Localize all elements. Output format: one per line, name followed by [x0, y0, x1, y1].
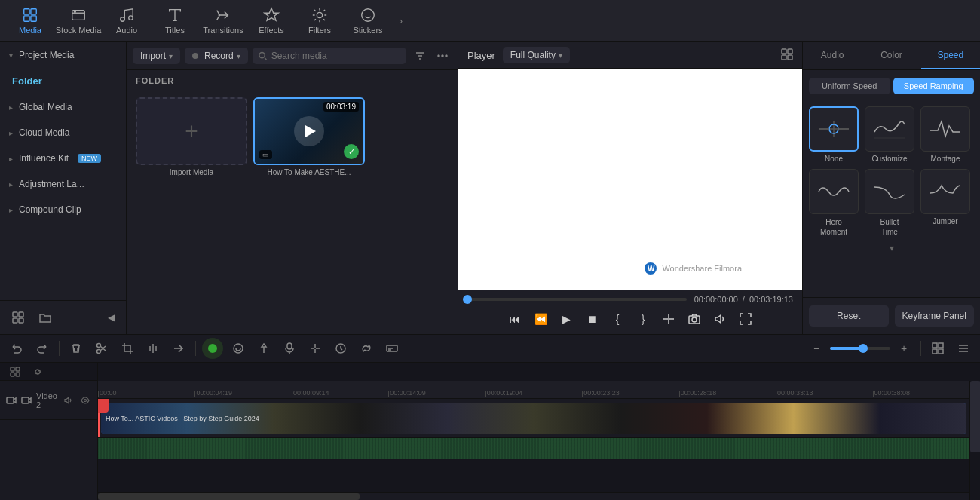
- toolbar-titles[interactable]: Titles: [151, 2, 199, 41]
- speed-card-hero-moment[interactable]: HeroMoment: [809, 169, 859, 237]
- snapshot-button[interactable]: [684, 308, 705, 330]
- collapse-panel-button[interactable]: ◀: [103, 310, 118, 325]
- svg-point-6: [121, 17, 125, 22]
- tl-more-button[interactable]: [168, 338, 189, 359]
- toolbar-transitions[interactable]: Transitions: [199, 2, 247, 41]
- tl-link-button[interactable]: [356, 338, 377, 359]
- filter-icon[interactable]: [411, 47, 429, 65]
- tl-record-button[interactable]: [202, 338, 223, 359]
- svg-rect-3: [31, 16, 36, 21]
- toolbar-stickers[interactable]: Stickers: [344, 2, 392, 41]
- svg-rect-42: [933, 343, 937, 348]
- add-track-button[interactable]: [6, 363, 24, 381]
- speed-card-hero-moment-label: HeroMoment: [820, 217, 847, 237]
- import-media-thumb[interactable]: +: [136, 97, 247, 165]
- play-button[interactable]: ▶: [556, 308, 577, 330]
- tl-microphone-button[interactable]: [279, 338, 300, 359]
- thumb-duration: 00:03:19: [323, 102, 359, 112]
- tl-split-audio-button[interactable]: [142, 338, 164, 359]
- speed-card-none[interactable]: None: [809, 106, 859, 163]
- link-tracks-button[interactable]: [29, 363, 47, 381]
- speed-card-montage[interactable]: Montage: [920, 106, 970, 163]
- sidebar-item-influence-kit[interactable]: ▸ Influence Kit NEW: [0, 146, 126, 171]
- audio-track: [98, 438, 969, 459]
- zoom-out-button[interactable]: −: [806, 338, 827, 359]
- split-button[interactable]: [658, 308, 679, 330]
- speed-card-jumper[interactable]: Jumper: [920, 169, 970, 237]
- timeline-toolbar: − +: [0, 335, 980, 363]
- skip-back-button[interactable]: ⏮: [504, 308, 525, 330]
- tl-speed-button[interactable]: [330, 338, 351, 359]
- toolbar-media[interactable]: Media: [6, 2, 54, 41]
- player-settings-icon[interactable]: [781, 48, 793, 63]
- search-icon: [259, 51, 267, 60]
- stop-button[interactable]: ⏹: [581, 308, 602, 330]
- fullscreen-button[interactable]: [735, 308, 756, 330]
- speed-card-bullet-time[interactable]: BulletTime: [865, 169, 914, 237]
- video-thumb[interactable]: 00:03:19 ▭ ✓: [253, 97, 365, 165]
- keyframe-panel-button[interactable]: Keyframe Panel: [895, 305, 975, 327]
- folder-button[interactable]: [35, 307, 56, 328]
- track-visibility-icon[interactable]: [78, 394, 92, 407]
- toolbar-effects[interactable]: Effects: [247, 2, 296, 41]
- tab-speed[interactable]: Speed: [921, 42, 980, 69]
- left-panel: ▾ Project Media Folder ▸ Global Media ▸ …: [0, 42, 127, 334]
- tab-audio[interactable]: Audio: [803, 42, 862, 69]
- timeline-scrollbar[interactable]: [98, 492, 969, 500]
- import-button[interactable]: Import ▾: [133, 48, 180, 64]
- vertical-scrollbar-thumb[interactable]: [970, 381, 980, 452]
- svg-point-14: [259, 52, 265, 57]
- track-volume-icon[interactable]: [62, 394, 75, 407]
- tl-color-button[interactable]: [228, 338, 249, 359]
- tab-color[interactable]: Color: [862, 42, 920, 69]
- more-options-icon[interactable]: [433, 47, 452, 65]
- progress-thumb[interactable]: [463, 295, 472, 304]
- tl-cut-button[interactable]: [91, 338, 112, 359]
- zoom-track[interactable]: [830, 347, 890, 350]
- search-input[interactable]: [271, 51, 400, 61]
- ruler-mark-0: 00:00: [98, 389, 194, 397]
- sidebar-item-folder[interactable]: Folder: [0, 68, 126, 94]
- right-panel-bottom-buttons: Reset Keyframe Panel: [803, 297, 980, 334]
- mark-in-button[interactable]: {: [607, 308, 628, 330]
- tl-marker-button[interactable]: [253, 338, 274, 359]
- speed-ramping-button[interactable]: Speed Ramping: [893, 78, 975, 94]
- mark-out-button[interactable]: }: [632, 308, 654, 330]
- speed-card-montage-label: Montage: [931, 155, 960, 163]
- toolbar-stock-media[interactable]: Stock Media: [54, 2, 103, 41]
- tl-options-button[interactable]: [953, 338, 974, 359]
- add-media-button[interactable]: [8, 307, 29, 328]
- toolbar-more-btn[interactable]: ›: [392, 2, 410, 41]
- tl-layout-button[interactable]: [927, 338, 948, 359]
- sidebar-item-global-media[interactable]: ▸ Global Media: [0, 94, 126, 120]
- speed-card-customize-label: Customize: [871, 155, 907, 163]
- reset-button[interactable]: Reset: [809, 305, 889, 327]
- timeline-clip-video[interactable]: How To... ASTIC Videos_ Step by Step Gui…: [101, 403, 966, 434]
- tl-undo-button[interactable]: [6, 338, 27, 359]
- progress-bar[interactable]: [467, 298, 687, 301]
- speed-card-jumper-label: Jumper: [933, 217, 957, 225]
- audio-waveform: [98, 438, 969, 459]
- tl-delete-button[interactable]: [66, 338, 87, 359]
- toolbar-filters[interactable]: Filters: [296, 2, 344, 41]
- record-button[interactable]: Record ▾: [185, 48, 248, 64]
- tl-sep2: [195, 341, 196, 356]
- frame-back-button[interactable]: ⏪: [530, 308, 551, 330]
- sidebar-item-project-media[interactable]: ▾ Project Media: [0, 42, 126, 68]
- player-header: Player Full Quality ▾: [458, 42, 802, 69]
- quality-select[interactable]: Full Quality ▾: [503, 47, 570, 63]
- speed-card-customize[interactable]: Customize: [865, 106, 914, 163]
- scrollbar-thumb[interactable]: [98, 493, 360, 500]
- tl-crop-button[interactable]: [117, 338, 138, 359]
- expand-speed-cards-button[interactable]: ▾: [890, 243, 894, 253]
- sidebar-item-compound-clip[interactable]: ▸ Compound Clip: [0, 197, 126, 222]
- zoom-in-button[interactable]: +: [893, 338, 914, 359]
- tl-redo-button[interactable]: [32, 338, 53, 359]
- sidebar-item-adjustment-layer[interactable]: ▸ Adjustment La...: [0, 171, 126, 197]
- sidebar-item-cloud-media[interactable]: ▸ Cloud Media: [0, 120, 126, 146]
- uniform-speed-button[interactable]: Uniform Speed: [809, 78, 890, 94]
- tl-audio-detach-button[interactable]: [305, 338, 326, 359]
- toolbar-audio[interactable]: Audio: [103, 2, 151, 41]
- volume-button[interactable]: [709, 308, 730, 330]
- tl-subtitle-button[interactable]: [381, 338, 403, 359]
